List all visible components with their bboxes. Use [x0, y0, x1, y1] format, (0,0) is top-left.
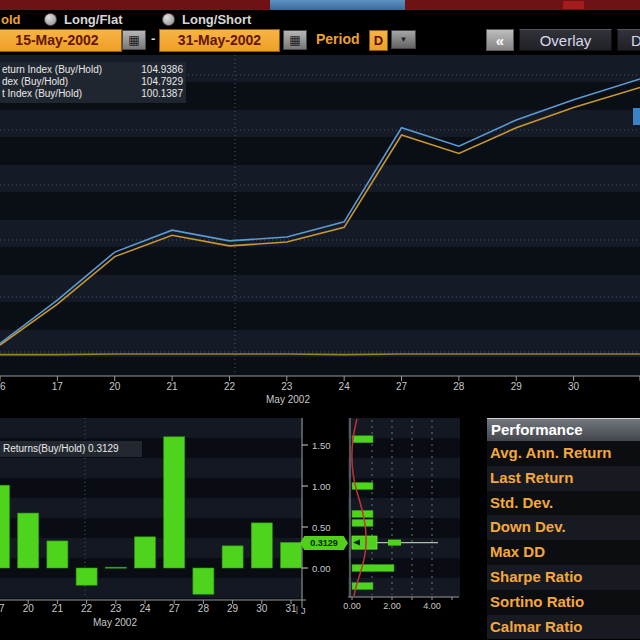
- last-return-axis-marker: 0.3129: [300, 536, 348, 550]
- main-x-tick-label: 27: [396, 381, 408, 392]
- performance-row-1[interactable]: Avg. Ann. Return: [487, 441, 640, 466]
- strategy-option-label: Long/Short: [182, 12, 251, 27]
- legend-label: t Index (Buy/Hold): [2, 88, 82, 100]
- legend-row-price-index: dex (Buy/Hold) 104.7929: [2, 76, 183, 88]
- performance-row-7[interactable]: Sortino Ratio: [487, 590, 640, 615]
- performance-row-2[interactable]: Last Return: [487, 466, 640, 491]
- period-dropdown-button[interactable]: ▼: [391, 30, 416, 49]
- return-bar: [193, 568, 214, 594]
- return-bar: [222, 546, 243, 568]
- hist-x-tick-label: 2.00: [383, 601, 401, 611]
- returns-x-tick-label: 31: [285, 603, 297, 614]
- main-x-tick-label: 24: [339, 381, 351, 392]
- end-date-input[interactable]: 31-May-2002: [159, 29, 280, 52]
- collapse-button[interactable]: «: [486, 29, 514, 51]
- details-button-partial[interactable]: D: [617, 29, 640, 51]
- hist-x-tick-label: 4.00: [423, 601, 441, 611]
- performance-table-header[interactable]: Performance: [487, 418, 640, 441]
- return-bar: [105, 567, 126, 568]
- title-bar-button[interactable]: [563, 1, 584, 9]
- returns-y-tick-label: 0.50: [312, 522, 331, 533]
- main-x-tick-label: 22: [224, 381, 236, 392]
- hist-bar-segment: [388, 540, 401, 546]
- returns-x-tick-label: 21: [52, 603, 64, 614]
- return-bar: [164, 437, 185, 568]
- main-x-tick-label: 28: [453, 381, 465, 392]
- legend-label: dex (Buy/Hold): [2, 76, 68, 88]
- returns-x-tick-label: 27: [169, 603, 181, 614]
- legend-value: 100.1387: [141, 88, 183, 100]
- legend-row-flat-index: t Index (Buy/Hold) 100.1387: [2, 88, 183, 100]
- end-date-calendar-button[interactable]: ▦: [283, 30, 307, 50]
- hist-x-tick-label: 0.00: [343, 601, 361, 611]
- main-x-axis-title: May 2002: [266, 394, 310, 405]
- hist-bar: [352, 436, 373, 443]
- main-x-tick-label: 23: [281, 381, 293, 392]
- return-bar: [47, 541, 68, 568]
- main-x-tick-label: 20: [109, 381, 121, 392]
- start-date-calendar-button[interactable]: ▦: [122, 30, 146, 50]
- returns-x-tick-label: 30: [256, 603, 268, 614]
- title-bar-highlight: [270, 0, 405, 10]
- strategy-option-longshort[interactable]: Long/Short: [162, 11, 251, 27]
- returns-x-tick-label: 20: [23, 603, 35, 614]
- returns-x-axis-title: May 2002: [93, 617, 137, 628]
- strategy-option-buyhold-partial[interactable]: old: [1, 12, 21, 27]
- legend-value: 104.7929: [141, 76, 183, 88]
- performance-table-rows: Avg. Ann. ReturnLast ReturnStd. Dev.Down…: [487, 441, 640, 639]
- performance-row-8[interactable]: Calmar Ratio: [487, 615, 640, 640]
- performance-row-3[interactable]: Std. Dev.: [487, 491, 640, 516]
- returns-x-tick-label: 28: [198, 603, 210, 614]
- chevron-down-icon: ▼: [400, 35, 408, 44]
- returns-x-tick-label: 17: [0, 603, 5, 614]
- returns-x-tick-label: 23: [110, 603, 122, 614]
- period-select[interactable]: D: [369, 30, 388, 51]
- main-x-tick-label: 21: [167, 381, 179, 392]
- overlay-button[interactable]: Overlay: [519, 29, 612, 51]
- strategy-option-label: Long/Flat: [64, 12, 123, 27]
- returns-x-tick-label: 24: [139, 603, 151, 614]
- legend-label: eturn Index (Buy/Hold): [2, 64, 102, 76]
- series-line: [0, 354, 640, 355]
- return-bar: [251, 523, 272, 568]
- performance-table: Performance Avg. Ann. ReturnLast ReturnS…: [487, 418, 640, 640]
- strategy-option-longflat[interactable]: Long/Flat: [44, 11, 123, 27]
- returns-x-tick-label: 22: [81, 603, 93, 614]
- return-bar: [18, 513, 39, 568]
- legend-value: 104.9386: [141, 64, 183, 76]
- period-label: Period: [316, 31, 360, 47]
- main-x-tick-label: 16: [0, 381, 6, 392]
- main-x-tick-label: 17: [52, 381, 64, 392]
- legend-value: 0.3129: [88, 443, 119, 454]
- legend-row-total-return: eturn Index (Buy/Hold) 104.9386: [2, 64, 183, 76]
- hist-bar: [352, 565, 394, 572]
- return-bar: [135, 537, 156, 568]
- returns-y-tick-label: 1.50: [312, 440, 331, 451]
- main-x-tick-label: 30: [568, 381, 580, 392]
- hist-bar: [352, 519, 373, 526]
- return-bar: [0, 485, 10, 568]
- main-x-tick-label: 29: [511, 381, 523, 392]
- returns-chart-legend: Returns(Buy/Hold) 0.3129: [0, 441, 142, 457]
- legend-label: Returns(Buy/Hold): [3, 443, 85, 454]
- radio-icon[interactable]: [44, 13, 57, 26]
- returns-y-tick-label: 0.00: [312, 563, 331, 574]
- start-date-input[interactable]: 15-May-2002: [0, 29, 122, 52]
- calendar-icon: ▦: [289, 33, 300, 47]
- radio-icon[interactable]: [162, 13, 175, 26]
- toolbar: 15-May-2002 ▦ - 31-May-2002 ▦ Period D ▼…: [0, 28, 640, 55]
- last-price-label-partial: [633, 108, 640, 125]
- date-range-separator: -: [151, 31, 155, 46]
- performance-row-5[interactable]: Max DD: [487, 540, 640, 565]
- main-chart-legend: eturn Index (Buy/Hold) 104.9386 dex (Buy…: [0, 62, 186, 103]
- strategy-selector-row: old Long/Flat Long/Short: [0, 10, 640, 28]
- performance-row-6[interactable]: Sharpe Ratio: [487, 565, 640, 590]
- returns-x-tick-label: 29: [227, 603, 239, 614]
- series-line: [0, 87, 640, 345]
- returns-y-tick-label: 1.00: [312, 481, 331, 492]
- calendar-icon: ▦: [128, 33, 139, 47]
- return-bar: [76, 568, 97, 585]
- return-bar: [281, 542, 302, 568]
- performance-row-4[interactable]: Down Dev.: [487, 515, 640, 540]
- top-title-bar: [0, 0, 640, 10]
